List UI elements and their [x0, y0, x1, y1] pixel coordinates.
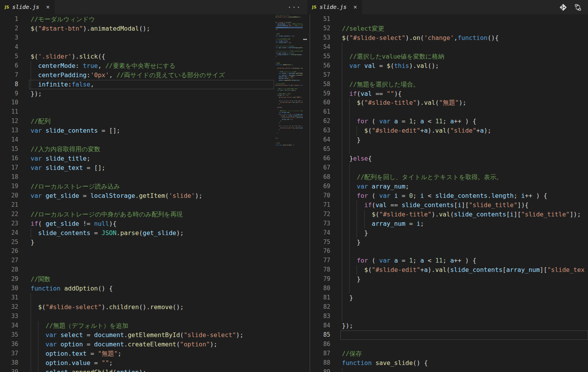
line-number[interactable]: 7: [0, 71, 18, 80]
code-line[interactable]: 54: [307, 43, 588, 52]
code-line[interactable]: 83: [307, 312, 588, 321]
line-number[interactable]: 76: [307, 247, 330, 256]
line-number[interactable]: 87: [307, 349, 330, 358]
code-line[interactable]: 74 }: [307, 228, 588, 238]
code-line[interactable]: 21: [0, 201, 307, 210]
code-line[interactable]: 72 $("#slide-title").val(slide_contents[…: [307, 210, 588, 219]
code-line[interactable]: 51: [307, 15, 588, 24]
line-number[interactable]: 88: [307, 358, 330, 368]
code-line[interactable]: 30function addOption() {: [0, 284, 307, 293]
line-number[interactable]: 53: [307, 33, 330, 43]
code-line[interactable]: 60 $("#slide-title").val("無題");: [307, 98, 588, 107]
code-line[interactable]: 5$('.slider').slick({: [0, 52, 307, 61]
code-line[interactable]: 71 if(val == slide_contents[i]["slide_ti…: [307, 201, 588, 210]
line-number[interactable]: 66: [307, 154, 330, 163]
code-line[interactable]: 53$("#slide-select").on('change',functio…: [307, 33, 588, 43]
line-number[interactable]: 39: [0, 368, 18, 372]
minimap[interactable]: //モーダルウィンドウ$("#start-btn").animatedModal…: [276, 15, 303, 372]
line-number[interactable]: 60: [307, 98, 330, 107]
line-number[interactable]: 38: [0, 358, 18, 368]
code-line[interactable]: 80: [307, 284, 588, 293]
code-line[interactable]: 31: [0, 293, 307, 303]
line-number[interactable]: 19: [0, 182, 18, 191]
code-line[interactable]: 66 }else{: [307, 154, 588, 163]
line-number[interactable]: 63: [307, 126, 330, 135]
code-line[interactable]: 17var slide_text = [];: [0, 163, 307, 173]
line-number[interactable]: 28: [0, 265, 18, 275]
line-number[interactable]: 65: [307, 145, 330, 154]
line-number[interactable]: 75: [307, 238, 330, 247]
code-line[interactable]: 13var slide_contents = [];: [0, 126, 307, 135]
code-line[interactable]: 68 //配列を回し、タイトルとテキストを取得。表示。: [307, 173, 588, 182]
line-number[interactable]: 37: [0, 349, 18, 358]
line-number[interactable]: 5: [0, 52, 18, 61]
code-line[interactable]: 29//関数: [0, 275, 307, 284]
code-line[interactable]: 58 //無題を選択した場合。: [307, 80, 588, 89]
line-number[interactable]: 57: [307, 71, 330, 80]
code-line[interactable]: 69 var array_num;: [307, 182, 588, 191]
code-line[interactable]: 25}: [0, 238, 307, 247]
code-line[interactable]: 86: [307, 340, 588, 349]
code-line[interactable]: 67: [307, 163, 588, 173]
line-number[interactable]: 59: [307, 89, 330, 99]
code-line[interactable]: 37 option.text = "無題";: [0, 349, 307, 358]
line-number[interactable]: 13: [0, 126, 18, 135]
code-line[interactable]: 23if( get_slide != null){: [0, 219, 307, 228]
line-number[interactable]: 31: [0, 293, 18, 303]
code-line[interactable]: 15//入力内容取得用の変数: [0, 145, 307, 154]
code-line[interactable]: 34 //無題（デフォルト）を追加: [0, 321, 307, 330]
code-line[interactable]: 32 $("#slide-select").children().remove(…: [0, 303, 307, 312]
code-line[interactable]: 22//ローカルストレージの中身がある時のみ配列を再現: [0, 210, 307, 219]
line-number[interactable]: 26: [0, 247, 18, 256]
code-line[interactable]: 64 }: [307, 135, 588, 145]
line-number[interactable]: 14: [0, 135, 18, 145]
line-number[interactable]: 25: [0, 238, 18, 247]
code-line[interactable]: 70 for ( var i = 0; i < slide_contents.l…: [307, 191, 588, 201]
line-number[interactable]: 52: [307, 24, 330, 33]
line-number[interactable]: 27: [0, 256, 18, 265]
line-number[interactable]: 81: [307, 293, 330, 303]
code-line[interactable]: 88function save_slide() {: [307, 358, 588, 368]
line-number[interactable]: 86: [307, 340, 330, 349]
line-number[interactable]: 56: [307, 61, 330, 71]
code-line[interactable]: 20var get_slide = localStorage.getItem('…: [0, 191, 307, 201]
line-number[interactable]: 82: [307, 303, 330, 312]
code-line[interactable]: 79 }: [307, 275, 588, 284]
code-line[interactable]: 52//select変更: [307, 24, 588, 33]
line-number[interactable]: 32: [0, 303, 18, 312]
line-number[interactable]: 12: [0, 117, 18, 126]
line-number[interactable]: 33: [0, 312, 18, 321]
line-number[interactable]: 24: [0, 228, 18, 238]
code-line[interactable]: 82: [307, 303, 588, 312]
line-number[interactable]: 21: [0, 201, 18, 210]
code-line[interactable]: 85: [307, 330, 588, 340]
line-number[interactable]: 6: [0, 61, 18, 71]
line-number[interactable]: 62: [307, 117, 330, 126]
line-number[interactable]: 51: [307, 15, 330, 24]
code-line[interactable]: 18: [0, 173, 307, 182]
line-number[interactable]: 64: [307, 135, 330, 145]
line-number[interactable]: 54: [307, 43, 330, 52]
line-number[interactable]: 83: [307, 312, 330, 321]
code-line[interactable]: 10: [0, 98, 307, 107]
code-line[interactable]: 27: [0, 256, 307, 265]
code-line[interactable]: 61: [307, 107, 588, 117]
compare-changes-icon[interactable]: [574, 3, 582, 11]
line-number[interactable]: 8: [0, 80, 18, 89]
line-number[interactable]: 16: [0, 154, 18, 163]
code-line[interactable]: 87//保存: [307, 349, 588, 358]
overview-ruler-left[interactable]: [303, 29, 307, 372]
tab-slide-js-right[interactable]: JS slide.js ✕: [307, 0, 362, 14]
line-number[interactable]: 68: [307, 173, 330, 182]
code-line[interactable]: 28: [0, 265, 307, 275]
code-line[interactable]: 36 var option = document.createElement("…: [0, 340, 307, 349]
code-line[interactable]: 77 for ( var a = 1; a < 11; a++ ) {: [307, 256, 588, 265]
line-number[interactable]: 30: [0, 284, 18, 293]
line-number[interactable]: 18: [0, 173, 18, 182]
line-number[interactable]: 17: [0, 163, 18, 173]
line-number[interactable]: 4: [0, 43, 18, 52]
code-line[interactable]: 75 }: [307, 238, 588, 247]
code-line[interactable]: 2$("#start-btn").animatedModal();: [0, 24, 307, 33]
code-line[interactable]: 19//ローカルストレージ読み込み: [0, 182, 307, 191]
line-number[interactable]: 77: [307, 256, 330, 265]
